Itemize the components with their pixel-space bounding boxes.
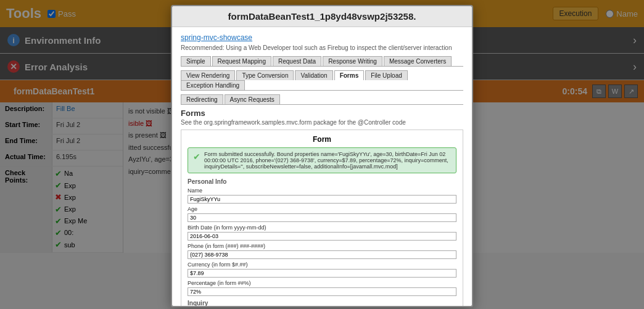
forms-section: Forms See the org.springframework.sample… (181, 109, 463, 126)
currency-input[interactable] (188, 269, 456, 278)
mvc-tabs-row3: Redirecting Async Requests (181, 94, 463, 105)
modal-subtitle: Recommended: Using a Web Developer tool … (181, 44, 463, 51)
birthdate-input[interactable] (188, 232, 456, 241)
age-input[interactable] (188, 213, 456, 222)
tab-exception-handling[interactable]: Exception Handling (181, 80, 245, 90)
currency-field: Currency (in form $#.##) (188, 262, 456, 278)
tab-message-converters[interactable]: Message Converters (384, 56, 452, 66)
forms-section-desc: See the org.springframework.samples.mvc.… (181, 119, 463, 126)
tab-type-conversion[interactable]: Type Conversion (236, 70, 294, 80)
modal-overlay[interactable]: formDataBeanTest1_1p8yd48vswp2j53258. sp… (0, 0, 644, 309)
modal-body: spring-mvc-showcase Recommended: Using a… (172, 27, 472, 307)
percentage-input[interactable] (188, 287, 456, 296)
tab-validation[interactable]: Validation (295, 70, 332, 80)
name-field: Name (188, 187, 456, 204)
spring-mvc-link[interactable]: spring-mvc-showcase (181, 33, 463, 42)
mvc-tabs-row1: Simple Request Mapping Request Data Resp… (181, 56, 463, 67)
percentage-field: Percentage (in form ##%) (188, 280, 456, 296)
inquiry-title: Inquiry (188, 300, 456, 307)
phone-input[interactable] (188, 250, 456, 259)
forms-section-title: Forms (181, 109, 463, 118)
tab-request-data[interactable]: Request Data (273, 56, 321, 66)
tab-forms[interactable]: Forms (334, 70, 365, 80)
modal-dialog: formDataBeanTest1_1p8yd48vswp2j53258. sp… (171, 5, 473, 307)
birthdate-label: Birth Date (in form yyyy-mm-dd) (188, 225, 456, 231)
phone-label: Phone (in form (###) ###-####) (188, 243, 456, 249)
age-field: Age (188, 206, 456, 222)
tab-redirecting[interactable]: Redirecting (181, 94, 223, 104)
tab-simple[interactable]: Simple (181, 56, 211, 66)
currency-label: Currency (in form $#.##) (188, 262, 456, 268)
percentage-label: Percentage (in form ##%) (188, 280, 456, 286)
tab-file-upload[interactable]: File Upload (365, 70, 408, 80)
mvc-tabs-row2: View Rendering Type Conversion Validatio… (181, 70, 463, 91)
age-label: Age (188, 206, 456, 212)
birthdate-field: Birth Date (in form yyyy-mm-dd) (188, 225, 456, 241)
success-banner: ✔ Form submitted successfully. Bound pro… (188, 147, 456, 173)
personal-info-title: Personal Info (188, 178, 456, 185)
tab-async-requests[interactable]: Async Requests (225, 94, 280, 104)
name-label: Name (188, 187, 456, 194)
modal-title: formDataBeanTest1_1p8yd48vswp2j53258. (172, 6, 472, 27)
success-icon: ✔ (193, 152, 200, 162)
form-box: Form ✔ Form submitted successfully. Boun… (181, 130, 463, 307)
tab-view-rendering[interactable]: View Rendering (181, 70, 235, 80)
form-box-title: Form (188, 135, 456, 144)
tab-request-mapping[interactable]: Request Mapping (212, 56, 271, 66)
name-input[interactable] (188, 195, 456, 204)
phone-field: Phone (in form (###) ###-####) (188, 243, 456, 259)
success-text: Form submitted successfully. Bound prope… (204, 151, 451, 170)
tab-response-writing[interactable]: Response Writing (323, 56, 382, 66)
